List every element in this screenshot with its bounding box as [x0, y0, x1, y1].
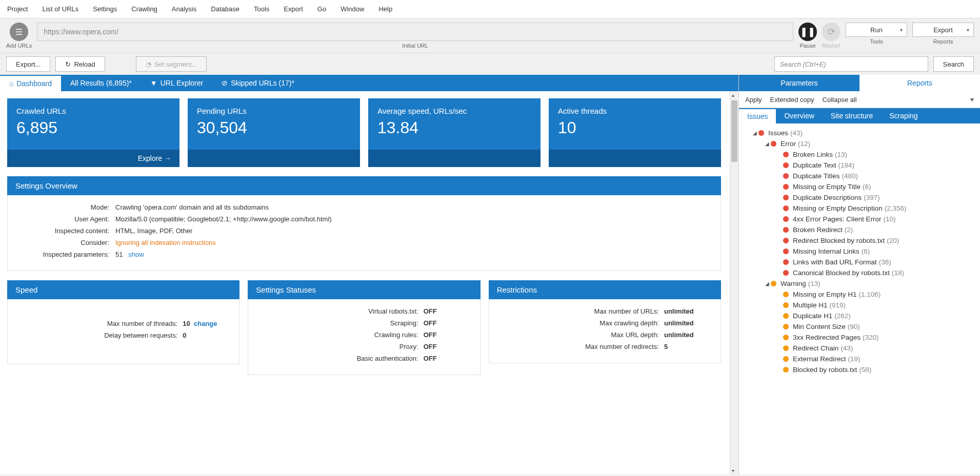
tree-item[interactable]: Multiple H1 (919) [742, 300, 977, 311]
menu-analysis[interactable]: Analysis [165, 3, 204, 15]
tree-label: Links with Bad URL Format [793, 258, 877, 266]
apply-button[interactable]: Apply [745, 96, 762, 104]
menu-project[interactable]: Project [0, 3, 35, 15]
subtab-scraping[interactable]: Scraping [881, 108, 926, 123]
tab-all-results[interactable]: All Results (6,895)* [61, 75, 141, 91]
export-label: Export [933, 26, 953, 34]
tree-count: (43) [790, 129, 803, 137]
tree-item[interactable]: Min Content Size (90) [742, 321, 977, 332]
card-footer[interactable]: Explore → [7, 150, 179, 167]
tab-dashboard[interactable]: ⌂Dashboard [0, 75, 61, 91]
set-segment-button[interactable]: ◔Set segment... [136, 56, 207, 72]
dashboard-body: Crawled URLs6,895Explore →Pending URLs30… [0, 91, 738, 391]
tree-label: Missing or Empty H1 [793, 291, 857, 298]
tree-item[interactable]: Missing or Empty Description (2,356) [742, 203, 977, 214]
speed-title: Speed [7, 280, 239, 299]
tree-item[interactable]: Redirect Blocked by robots.txt (20) [742, 235, 977, 246]
statuses-title: Settings Statuses [248, 280, 480, 299]
tree-item[interactable]: Canonical Blocked by robots.txt (18) [742, 267, 977, 278]
export-button[interactable]: Export... [6, 56, 50, 72]
tree-item[interactable]: Duplicate Titles (480) [742, 171, 977, 181]
vertical-scrollbar[interactable] [730, 91, 738, 474]
tree-issues-root[interactable]: ◢Issues (43) [742, 128, 977, 138]
menu-help[interactable]: Help [371, 3, 399, 15]
main-tabs: ⌂Dashboard All Results (6,895)* ▼URL Exp… [0, 75, 738, 91]
kv-value: unlimited [664, 307, 710, 315]
subtab-site-structure[interactable]: Site structure [823, 108, 881, 123]
search-button[interactable]: Search [933, 56, 974, 72]
tree-error-group[interactable]: ◢Error (12) [742, 138, 977, 149]
scrollbar-thumb[interactable] [731, 100, 737, 162]
add-urls-button[interactable]: ☰ [10, 23, 28, 41]
export-dropdown[interactable]: Export [912, 23, 974, 37]
tree-label: Redirect Chain [793, 344, 838, 352]
tree-item[interactable]: Blocked by robots.txt (58) [742, 364, 977, 375]
status-dot-icon [783, 356, 789, 362]
kv-row: Max crawling depth:unlimited [499, 319, 710, 327]
tab-reports[interactable]: Reports [859, 75, 980, 91]
tree-item[interactable]: Duplicate Descriptions (397) [742, 192, 977, 203]
pause-icon: ❚❚ [800, 26, 815, 37]
tree-item[interactable]: Duplicate H1 (262) [742, 311, 977, 321]
tree-item[interactable]: External Redirect (19) [742, 354, 977, 364]
menu-go[interactable]: Go [310, 3, 333, 15]
restart-button[interactable]: ⟳ [822, 23, 841, 41]
collapse-all-button[interactable]: Collapse all [823, 96, 857, 104]
tab-parameters[interactable]: Parameters [739, 75, 859, 91]
tab-skipped-urls[interactable]: ⊘Skipped URLs (17)* [212, 75, 304, 91]
tree-item[interactable]: Links with Bad URL Format (36) [742, 257, 977, 267]
card-title: Pending URLs [197, 107, 351, 115]
home-icon: ⌂ [9, 79, 13, 88]
tree-item[interactable]: Broken Links (13) [742, 149, 977, 160]
issues-tree: ◢Issues (43)◢Error (12)Broken Links (13)… [739, 123, 980, 379]
menu-database[interactable]: Database [204, 3, 247, 15]
tree-label: Blocked by robots.txt [793, 366, 857, 374]
kv-value: unlimited [664, 331, 710, 339]
tree-item[interactable]: Missing or Empty H1 (1,106) [742, 289, 977, 300]
restrictions-panel: Restrictions Max number of URLs:unlimite… [489, 280, 721, 375]
extended-copy-button[interactable]: Extended copy [770, 96, 814, 104]
tree-item[interactable]: Duplicate Text (194) [742, 160, 977, 171]
tree-item[interactable]: 3xx Redirected Pages (320) [742, 332, 977, 343]
search-input[interactable]: Search (Ctrl+E) [774, 56, 928, 72]
card-title: Crawled URLs [16, 107, 170, 115]
menu-tools[interactable]: Tools [247, 3, 276, 15]
kv-row: Basic authentication:OFF [258, 355, 469, 362]
kv-row: Virtual robots.txt:OFF [258, 307, 469, 315]
tree-label: Duplicate H1 [793, 312, 832, 320]
kv-row: Scraping:OFF [258, 319, 469, 327]
menu-list-of-urls[interactable]: List of URLs [35, 3, 86, 15]
card-footer [549, 150, 721, 167]
pause-button[interactable]: ❚❚ [798, 23, 817, 41]
tree-warning-group[interactable]: ◢Warning (13) [742, 278, 977, 289]
menu-crawling[interactable]: Crawling [124, 3, 165, 15]
tree-item[interactable]: Missing or Empty Title (6) [742, 181, 977, 192]
tree-item[interactable]: Missing Internal Links (6) [742, 246, 977, 257]
change-link[interactable]: change [194, 320, 217, 327]
tree-item[interactable]: 4xx Error Pages: Client Error (10) [742, 214, 977, 224]
menu-window[interactable]: Window [333, 3, 371, 15]
tree-item[interactable]: Broken Redirect (2) [742, 224, 977, 235]
status-dot-icon [783, 270, 789, 276]
subtab-issues[interactable]: Issues [739, 108, 776, 123]
menu-settings[interactable]: Settings [86, 3, 124, 15]
reload-button[interactable]: ↻Reload [55, 56, 105, 72]
menu-export[interactable]: Export [276, 3, 310, 15]
tree-count: (320) [863, 334, 879, 341]
status-dot-icon [783, 152, 789, 157]
show-link[interactable]: show [128, 251, 144, 258]
run-dropdown[interactable]: Run [846, 23, 907, 37]
settings-row: Inspected content:HTML, Image, PDF, Othe… [18, 227, 710, 235]
left-pane: ⌂Dashboard All Results (6,895)* ▼URL Exp… [0, 75, 739, 474]
subtab-overview[interactable]: Overview [776, 108, 822, 123]
card-footer [188, 150, 360, 167]
settings-value: Mozilla/5.0 (compatible; Googlebot/2.1; … [115, 215, 710, 223]
tab-url-explorer[interactable]: ▼URL Explorer [141, 75, 212, 91]
initial-url-field[interactable]: https://www.opera.com/ [37, 23, 793, 41]
toolbar-menu-icon[interactable]: ▾ [970, 95, 974, 104]
status-dot-icon [783, 238, 789, 243]
tree-twisty-icon: ◢ [764, 281, 771, 286]
tree-item[interactable]: Redirect Chain (43) [742, 343, 977, 354]
menubar: ProjectList of URLsSettingsCrawlingAnaly… [0, 0, 980, 18]
tree-count: (43) [841, 344, 853, 352]
